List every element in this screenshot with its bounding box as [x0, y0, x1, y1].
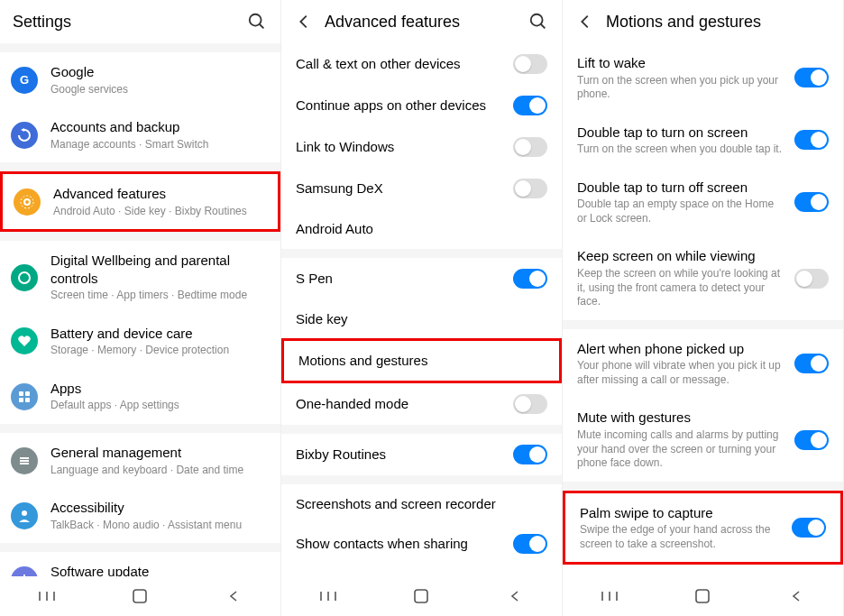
item-text: Keep screen on while viewingKeep the scr…: [577, 247, 785, 308]
back-icon[interactable]: [294, 12, 316, 32]
settings-item-apps[interactable]: AppsDefault apps · App settings: [0, 369, 280, 424]
heart-icon: [11, 327, 38, 354]
item-text: Android Auto: [296, 220, 547, 238]
group-divider: [281, 249, 562, 258]
item-title: Mute with gestures: [577, 409, 785, 427]
svg-point-13: [22, 510, 27, 516]
item-subtitle: TalkBack · Mono audio · Assistant menu: [50, 519, 266, 533]
svg-rect-9: [25, 398, 30, 402]
svg-rect-19: [133, 590, 146, 602]
list-item-alert-when-phone-picked-up[interactable]: Alert when phone picked upYour phone wil…: [563, 329, 843, 399]
G-icon: G: [11, 67, 38, 94]
item-text: Accounts and backupManage accounts · Sma…: [50, 118, 266, 152]
toggle-call-text-on-other-devices[interactable]: [513, 54, 547, 74]
toggle-double-tap-to-turn-off-screen[interactable]: [794, 192, 829, 212]
settings-item-general-management[interactable]: General managementLanguage and keyboard …: [0, 433, 280, 488]
toggle-bixby-routines[interactable]: [513, 445, 547, 464]
list-item-lift-to-wake[interactable]: Lift to wakeTurn on the screen when you …: [563, 43, 843, 113]
item-text: Screenshots and screen recorder: [296, 495, 547, 513]
group-divider: [0, 43, 280, 52]
screen-advanced-features: Advanced features Call & text on other d…: [281, 0, 563, 616]
list-item-s-pen[interactable]: S Pen: [281, 258, 562, 299]
item-title: Continue apps on other devices: [296, 97, 504, 115]
item-title: Battery and device care: [50, 325, 266, 343]
recents-button[interactable]: [310, 578, 346, 614]
back-button[interactable]: [778, 578, 814, 614]
list-item-samsung-dex[interactable]: Samsung DeX: [281, 168, 562, 209]
list-item-palm-swipe-to-capture[interactable]: Palm swipe to captureSwipe the edge of y…: [563, 491, 843, 565]
recents-button[interactable]: [592, 578, 628, 614]
item-text: Samsung DeX: [296, 179, 504, 198]
navbar: [281, 576, 562, 616]
search-icon[interactable]: [246, 12, 268, 32]
toggle-double-tap-to-turn-on-screen[interactable]: [794, 130, 829, 150]
settings-item-google[interactable]: GGoogleGoogle services: [0, 52, 280, 107]
settings-item-battery-and-device-care[interactable]: Battery and device careStorage · Memory …: [0, 314, 280, 369]
back-icon[interactable]: [575, 12, 597, 32]
list-item-mute-with-gestures[interactable]: Mute with gesturesMute incoming calls an…: [563, 398, 843, 481]
svg-line-21: [541, 24, 546, 29]
sync-icon: [11, 122, 38, 149]
list-item-side-key[interactable]: Side key: [281, 299, 562, 339]
home-button[interactable]: [122, 578, 158, 614]
list-item-screenshots-and-screen-recorder[interactable]: Screenshots and screen recorder: [281, 484, 562, 524]
toggle-link-to-windows[interactable]: [513, 137, 547, 157]
grid-icon: [11, 383, 38, 410]
item-subtitle: Default apps · App settings: [50, 399, 266, 413]
item-text: Palm swipe to captureSwipe the edge of y…: [580, 504, 783, 552]
group-divider: [563, 320, 843, 329]
settings-item-digital-wellbeing-and-parental-controls[interactable]: Digital Wellbeing and parental controlsS…: [0, 241, 280, 314]
item-text: GoogleGoogle services: [50, 63, 266, 97]
toggle-palm-swipe-to-capture[interactable]: [792, 518, 826, 538]
item-title: Advanced features: [53, 185, 263, 203]
toggle-continue-apps-on-other-devices[interactable]: [513, 96, 547, 115]
item-title: Double tap to turn on screen: [577, 124, 785, 142]
recents-button[interactable]: [29, 578, 65, 614]
home-button[interactable]: [684, 578, 720, 614]
group-divider: [281, 425, 562, 434]
item-subtitle: Manage accounts · Smart Switch: [50, 138, 266, 152]
item-text: Double tap to turn off screenDouble tap …: [577, 179, 785, 226]
svg-point-0: [250, 14, 261, 26]
list-item-continue-apps-on-other-devices[interactable]: Continue apps on other devices: [281, 85, 562, 126]
toggle-show-contacts-when-sharing[interactable]: [513, 534, 547, 554]
back-button[interactable]: [216, 578, 252, 614]
toggle-alert-when-phone-picked-up[interactable]: [794, 354, 829, 373]
settings-item-accounts-and-backup[interactable]: Accounts and backupManage accounts · Sma…: [0, 107, 280, 162]
item-title: Digital Wellbeing and parental controls: [50, 252, 266, 287]
item-title: Show contacts when sharing: [296, 535, 504, 553]
item-text: Show contacts when sharing: [296, 535, 504, 553]
toggle-keep-screen-on-while-viewing[interactable]: [794, 269, 829, 289]
list-item-show-contacts-when-sharing[interactable]: Show contacts when sharing: [281, 523, 562, 565]
item-subtitle: Turn on the screen when you pick up your…: [577, 74, 785, 102]
search-icon[interactable]: [528, 12, 549, 32]
toggle-lift-to-wake[interactable]: [794, 68, 829, 87]
item-subtitle: Swipe the edge of your hand across the s…: [580, 523, 783, 551]
item-title: Software update: [50, 563, 266, 576]
list-item-one-handed-mode[interactable]: One-handed mode: [281, 383, 562, 425]
list-item-bixby-routines[interactable]: Bixby Routines: [281, 434, 562, 475]
item-text: Bixby Routines: [296, 446, 504, 464]
item-subtitle: Mute incoming calls and alarms by puttin…: [577, 428, 785, 471]
settings-item-accessibility[interactable]: AccessibilityTalkBack · Mono audio · Ass…: [0, 488, 280, 543]
list-item-android-auto[interactable]: Android Auto: [281, 209, 562, 249]
list-item-link-to-windows[interactable]: Link to Windows: [281, 126, 562, 168]
settings-item-software-update[interactable]: Software updateDownload and install: [0, 552, 280, 576]
home-button[interactable]: [403, 578, 439, 614]
item-title: Call & text on other devices: [296, 55, 504, 73]
back-button[interactable]: [497, 578, 533, 614]
group-divider: [0, 162, 280, 171]
list-item-keep-screen-on-while-viewing[interactable]: Keep screen on while viewingKeep the scr…: [563, 236, 843, 319]
toggle-mute-with-gestures[interactable]: [794, 430, 829, 450]
toggle-samsung-dex[interactable]: [513, 179, 547, 198]
list-item-double-tap-to-turn-on-screen[interactable]: Double tap to turn on screenTurn on the …: [563, 113, 843, 168]
item-text: Continue apps on other devices: [296, 97, 504, 115]
item-title: Bixby Routines: [296, 446, 504, 464]
list-item-motions-and-gestures[interactable]: Motions and gestures: [281, 338, 562, 383]
list-item-call-text-on-other-devices[interactable]: Call & text on other devices: [281, 43, 562, 85]
list-item-double-tap-to-turn-off-screen[interactable]: Double tap to turn off screenDouble tap …: [563, 168, 843, 237]
toggle-one-handed-mode[interactable]: [513, 394, 547, 414]
page-title: Motions and gestures: [606, 13, 830, 32]
settings-item-advanced-features[interactable]: Advanced featuresAndroid Auto · Side key…: [0, 171, 280, 232]
toggle-s-pen[interactable]: [513, 269, 547, 289]
